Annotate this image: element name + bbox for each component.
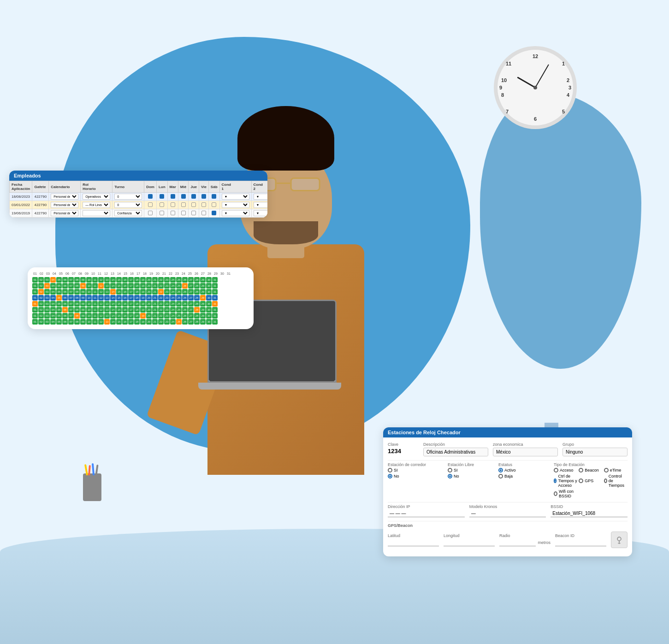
checkbox-dom[interactable] (148, 194, 153, 199)
cal-cell[interactable]: 08 (74, 307, 80, 313)
cal-cell[interactable]: 22 (158, 277, 164, 283)
checkbox-lun-3[interactable] (160, 211, 164, 215)
select-calendario-2[interactable]: Personal de Confia (51, 202, 78, 208)
cal-cell[interactable]: 14 (110, 319, 116, 325)
cal-cell[interactable]: 30 (206, 283, 212, 289)
cal-cell[interactable]: 05 (56, 295, 62, 301)
cal-cell[interactable]: 10 (86, 307, 92, 313)
libre-no-radio[interactable] (448, 474, 452, 479)
checkbox-mie[interactable] (181, 194, 186, 199)
checkbox-jue-3[interactable] (191, 211, 196, 215)
cal-cell[interactable]: 03 (44, 289, 50, 295)
cal-cell[interactable]: 20 (146, 319, 152, 325)
cal-cell[interactable]: 19 (140, 283, 146, 289)
cal-cell[interactable]: 04 (50, 319, 56, 325)
select-cond2-2[interactable]: ▼ (254, 202, 267, 208)
select-turno-3[interactable]: Confianza (114, 210, 142, 216)
cal-cell[interactable]: 23 (164, 295, 170, 301)
cal-cell[interactable]: 12 (98, 301, 104, 307)
cal-cell[interactable]: 03 (44, 283, 50, 289)
checkbox-mar[interactable] (171, 194, 175, 199)
cal-cell[interactable]: 14 (110, 295, 116, 301)
cal-cell[interactable]: 28 (194, 277, 200, 283)
cal-cell[interactable]: 08 (74, 289, 80, 295)
cal-cell[interactable]: 01 (32, 301, 38, 307)
cal-cell[interactable]: 11 (92, 283, 98, 289)
cal-cell[interactable]: 08 (74, 283, 80, 289)
cal-cell[interactable]: 06 (62, 295, 68, 301)
cal-cell[interactable]: 25 (176, 295, 182, 301)
cal-cell[interactable]: 27 (188, 313, 194, 319)
cal-cell[interactable]: 03 (44, 307, 50, 313)
cal-cell[interactable]: 21 (152, 313, 158, 319)
cal-cell[interactable]: 07 (68, 307, 74, 313)
cal-cell[interactable]: 02 (38, 307, 44, 313)
cal-cell[interactable]: 15 (116, 307, 122, 313)
select-cond1-2[interactable]: ▼ (222, 202, 249, 208)
map-icon[interactable] (611, 532, 628, 548)
cal-cell[interactable]: 20 (146, 289, 152, 295)
cal-cell[interactable]: 17 (128, 301, 134, 307)
cal-cell[interactable]: 02 (38, 277, 44, 283)
select-cond1[interactable]: ▼ (222, 194, 249, 200)
cal-cell[interactable]: 12 (98, 283, 104, 289)
cal-cell[interactable]: 23 (164, 307, 170, 313)
cal-cell[interactable]: 30 (206, 295, 212, 301)
cal-cell[interactable]: 25 (176, 301, 182, 307)
cal-cell[interactable]: 03 (44, 313, 50, 319)
cal-cell[interactable]: 11 (92, 277, 98, 283)
checkbox-lun[interactable] (160, 194, 164, 199)
cal-cell[interactable]: 29 (200, 277, 206, 283)
corredor-no-radio[interactable] (388, 474, 392, 479)
cal-cell[interactable]: 08 (74, 277, 80, 283)
cal-cell[interactable]: 15 (116, 277, 122, 283)
cal-cell[interactable]: 16 (122, 301, 128, 307)
cal-cell[interactable]: 29 (200, 313, 206, 319)
cal-cell[interactable]: 04 (50, 313, 56, 319)
cal-cell[interactable]: 10 (86, 283, 92, 289)
cal-cell[interactable]: 17 (128, 319, 134, 325)
select-rol-2[interactable]: — Rol Lineal 1 (83, 202, 110, 208)
checkbox-mar-3[interactable] (171, 211, 175, 215)
cal-cell[interactable]: 13 (104, 301, 110, 307)
cal-cell[interactable]: 02 (38, 289, 44, 295)
cal-cell[interactable]: 16 (122, 319, 128, 325)
select-calendario[interactable]: Personal de Confia (51, 194, 78, 200)
cal-cell[interactable]: 26 (182, 313, 188, 319)
cal-cell[interactable]: 12 (98, 295, 104, 301)
cal-cell[interactable]: 29 (200, 295, 206, 301)
select-calendario-3[interactable]: Personal de Confia (51, 210, 78, 216)
cal-cell[interactable]: 16 (122, 307, 128, 313)
cal-cell[interactable]: 12 (98, 277, 104, 283)
cal-cell[interactable]: 11 (92, 319, 98, 325)
cal-cell[interactable]: 28 (194, 295, 200, 301)
tipo-gps-radio[interactable] (579, 479, 583, 483)
cal-cell[interactable]: 20 (146, 277, 152, 283)
cal-cell[interactable]: 28 (194, 289, 200, 295)
cal-cell[interactable]: 22 (158, 313, 164, 319)
cal-cell[interactable]: 28 (194, 307, 200, 313)
cal-cell[interactable]: 21 (152, 319, 158, 325)
cal-cell[interactable]: 07 (68, 289, 74, 295)
select-turno[interactable]: 0 (114, 194, 142, 200)
cal-cell[interactable]: 30 (206, 277, 212, 283)
cal-cell[interactable]: 02 (38, 301, 44, 307)
cal-cell[interactable]: 19 (140, 319, 146, 325)
cal-cell[interactable]: 06 (62, 319, 68, 325)
cal-cell[interactable]: 09 (80, 277, 86, 283)
cal-cell[interactable]: 13 (104, 313, 110, 319)
cal-cell[interactable]: 01 (32, 307, 38, 313)
checkbox-mie-2[interactable] (181, 202, 186, 207)
cal-cell[interactable]: 08 (74, 319, 80, 325)
estatus-baja-radio[interactable] (498, 474, 503, 479)
cal-cell[interactable]: 27 (188, 289, 194, 295)
cal-cell[interactable]: 13 (104, 295, 110, 301)
cal-cell[interactable]: 19 (140, 307, 146, 313)
cal-cell[interactable]: 07 (68, 277, 74, 283)
cal-cell[interactable]: 03 (44, 295, 50, 301)
cal-cell[interactable]: 19 (140, 277, 146, 283)
cal-cell[interactable]: 13 (104, 307, 110, 313)
cal-cell[interactable]: 26 (182, 307, 188, 313)
cal-cell[interactable]: 01 (32, 319, 38, 325)
cal-cell[interactable]: 01 (32, 289, 38, 295)
